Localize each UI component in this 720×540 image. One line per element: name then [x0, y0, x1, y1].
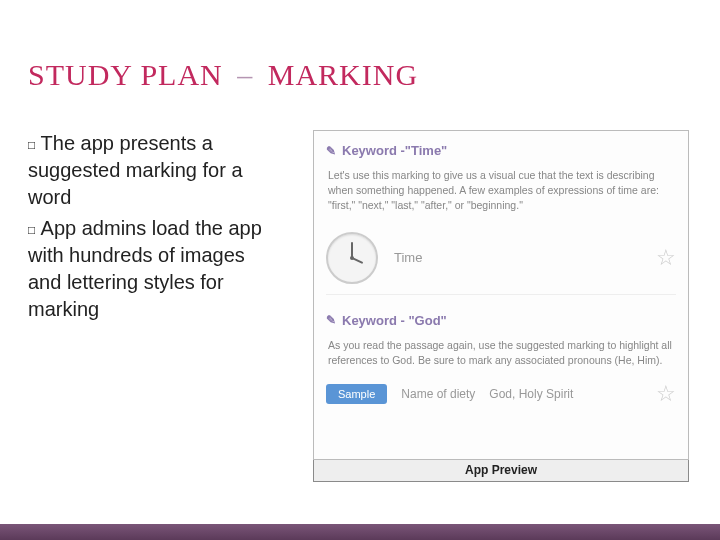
- title-part1: STUDY PLAN: [28, 58, 223, 91]
- preview-panel: ✎ Keyword -"Time" Let's use this marking…: [313, 130, 689, 460]
- slide-title: STUDY PLAN – MARKING: [28, 58, 418, 92]
- marking-label: Time: [394, 250, 422, 265]
- title-part2: MARKING: [268, 58, 418, 91]
- bullet-list: □ The app presents a suggested marking f…: [28, 130, 278, 327]
- bullet-text: The app presents a suggested marking for…: [28, 132, 243, 208]
- keyword-description: As you read the passage again, use the s…: [328, 338, 674, 368]
- keyword-header: ✎ Keyword -"Time": [326, 143, 676, 158]
- bullet-item: □ App admins load the app with hundreds …: [28, 215, 278, 323]
- preview-caption: App Preview: [313, 460, 689, 482]
- marking-row[interactable]: Time ☆: [326, 228, 676, 295]
- footer-bar: [0, 524, 720, 540]
- app-preview: ✎ Keyword -"Time" Let's use this marking…: [313, 130, 689, 482]
- title-dash: –: [237, 58, 253, 91]
- keyword-header: ✎ Keyword - "God": [326, 313, 676, 328]
- tag-label: Name of diety: [401, 387, 475, 401]
- sample-row: Sample Name of diety God, Holy Spirit ☆: [326, 384, 676, 404]
- clock-icon: [326, 232, 378, 284]
- keyword-heading: Keyword - "God": [342, 313, 447, 328]
- tag-label: God, Holy Spirit: [489, 387, 573, 401]
- edit-icon[interactable]: ✎: [326, 144, 336, 158]
- star-icon[interactable]: ☆: [656, 245, 676, 271]
- sample-button[interactable]: Sample: [326, 384, 387, 404]
- bullet-item: □ The app presents a suggested marking f…: [28, 130, 278, 211]
- keyword-description: Let's use this marking to give us a visu…: [328, 168, 674, 214]
- keyword-heading: Keyword -"Time": [342, 143, 447, 158]
- edit-icon[interactable]: ✎: [326, 313, 336, 327]
- bullet-text: App admins load the app with hundreds of…: [28, 217, 262, 320]
- star-icon[interactable]: ☆: [656, 381, 676, 407]
